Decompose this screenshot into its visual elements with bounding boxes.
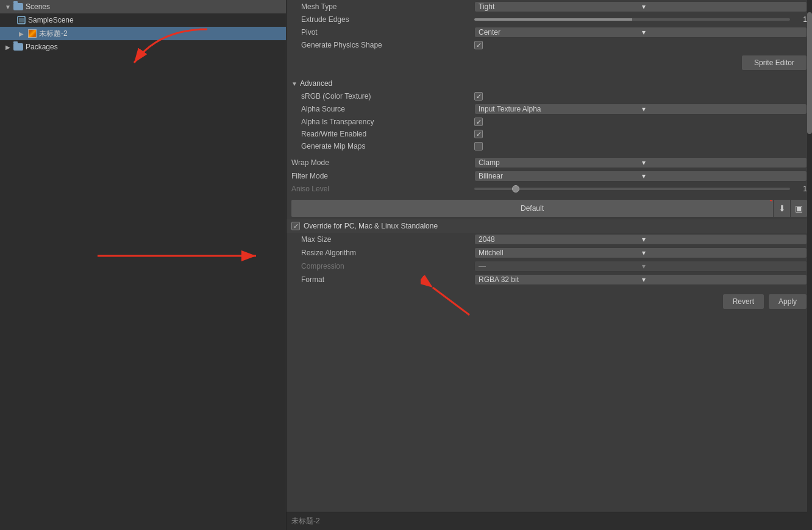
alpha-source-row: Alpha Source Input Texture Alpha ▾ — [287, 102, 812, 116]
wrap-mode-dropdown[interactable]: Clamp ▾ — [474, 157, 807, 168]
alpha-transparency-row: Alpha Is Transparency — [287, 116, 812, 128]
resize-algorithm-row: Resize Algorithm Mitchell ▾ — [287, 246, 812, 260]
wrap-mode-value: Clamp — [479, 158, 639, 167]
override-row: Override for PC, Mac & Linux Standalone — [287, 219, 812, 233]
format-dropdown[interactable]: RGBA 32 bit ▾ — [474, 274, 807, 285]
alpha-transparency-checkbox[interactable] — [474, 118, 483, 126]
folder-icon-packages — [13, 43, 23, 51]
tree-item-scenes[interactable]: ▼ Scenes — [0, 0, 286, 13]
extrude-slider-value: 1 — [795, 15, 807, 24]
platform-bar: Default ⬇ ▣ — [291, 200, 807, 217]
expand-arrow-packages: ▶ — [4, 43, 12, 51]
expand-arrow-scenes: ▼ — [4, 2, 12, 11]
alpha-source-arrow: ▾ — [642, 105, 803, 113]
alpha-source-value: Input Texture Alpha — [479, 105, 639, 113]
tree-item-samplescene[interactable]: SampleScene — [0, 13, 286, 27]
pivot-label: Pivot — [291, 28, 474, 37]
compression-row: Compression — ▾ — [287, 260, 812, 273]
mesh-type-value: Tight — [479, 2, 639, 11]
resize-algorithm-value: Mitchell — [479, 249, 639, 257]
scrollbar[interactable] — [807, 0, 812, 530]
extrude-edges-row: Extrude Edges 1 — [287, 13, 812, 26]
resize-algorithm-dropdown[interactable]: Mitchell ▾ — [474, 247, 807, 258]
max-size-row: Max Size 2048 ▾ — [287, 233, 812, 246]
tree-item-untitled2[interactable]: ▶ 未标题-2 — [0, 27, 286, 40]
bottom-buttons: Revert Apply — [287, 289, 812, 314]
resize-algorithm-label: Resize Algorithm — [291, 249, 474, 257]
compression-arrow: ▾ — [642, 262, 803, 270]
pivot-value: Center — [479, 28, 639, 37]
override-label: Override for PC, Mac & Linux Standalone — [304, 222, 438, 230]
filter-mode-label: Filter Mode — [291, 172, 474, 180]
generate-physics-checkbox[interactable] — [474, 41, 483, 49]
compression-label: Compression — [291, 262, 474, 270]
tree-item-packages[interactable]: ▶ Packages — [0, 40, 286, 54]
left-panel: ▼ Scenes SampleScene ▶ 未标题-2 ▶ Packages — [0, 0, 287, 530]
pivot-row: Pivot Center ▾ — [287, 26, 812, 39]
aniso-slider-thumb — [512, 185, 519, 193]
format-arrow: ▾ — [642, 275, 803, 284]
max-size-arrow: ▾ — [642, 235, 803, 244]
extrude-edges-label: Extrude Edges — [291, 15, 474, 24]
svg-rect-1 — [19, 18, 24, 23]
expand-arrow-untitled2: ▶ — [17, 29, 26, 38]
generate-mip-row: Generate Mip Maps — [287, 140, 812, 152]
aniso-slider-container: 1 — [474, 185, 807, 193]
mesh-type-label: Mesh Type — [291, 2, 474, 11]
scene-icon — [17, 16, 26, 24]
format-label: Format — [291, 275, 474, 284]
tree-label-untitled2: 未标题-2 — [39, 29, 68, 39]
sprite-editor-button[interactable]: Sprite Editor — [741, 55, 807, 71]
override-checkbox[interactable] — [291, 222, 300, 230]
bottom-footer: 未标题-2 — [287, 512, 812, 530]
advanced-section-header[interactable]: ▼ Advanced — [287, 77, 812, 90]
extrude-slider-track[interactable] — [474, 18, 790, 21]
advanced-label: Advanced — [300, 79, 332, 88]
tree-label-packages: Packages — [26, 43, 58, 51]
apply-button[interactable]: Apply — [768, 294, 807, 309]
aniso-slider-value: 1 — [795, 185, 807, 193]
wrap-mode-arrow: ▾ — [642, 158, 803, 167]
generate-physics-row: Generate Physics Shape — [287, 39, 812, 51]
footer-label: 未标题-2 — [291, 516, 320, 526]
read-write-row: Read/Write Enabled — [287, 128, 812, 140]
platform-icons: ⬇ ▣ — [773, 200, 807, 217]
tree-label-samplescene: SampleScene — [28, 16, 74, 24]
pivot-arrow: ▾ — [642, 28, 803, 37]
download-platform-button[interactable]: ⬇ — [773, 200, 790, 217]
alpha-transparency-label: Alpha Is Transparency — [291, 118, 474, 126]
inspector-content: Mesh Type Tight ▾ Extrude Edges 1 Pivot … — [287, 0, 812, 512]
mesh-type-arrow: ▾ — [642, 2, 803, 11]
platform-tab-default[interactable]: Default — [291, 200, 773, 217]
read-write-checkbox[interactable] — [474, 130, 483, 138]
folder-icon-scenes — [13, 3, 23, 10]
texture-icon — [28, 29, 37, 38]
max-size-dropdown[interactable]: 2048 ▾ — [474, 234, 807, 245]
mobile-platform-button[interactable]: ▣ — [790, 200, 807, 217]
aniso-slider-track[interactable] — [474, 188, 790, 190]
filter-mode-row: Filter Mode Bilinear ▾ — [287, 169, 812, 183]
extrude-slider-container: 1 — [474, 15, 807, 24]
filter-mode-value: Bilinear — [479, 172, 639, 180]
compression-dropdown[interactable]: — ▾ — [474, 261, 807, 272]
filter-mode-dropdown[interactable]: Bilinear ▾ — [474, 171, 807, 182]
aniso-level-row: Aniso Level 1 — [287, 183, 812, 195]
revert-button[interactable]: Revert — [722, 294, 764, 309]
scrollbar-thumb[interactable] — [807, 12, 812, 134]
tree-label-scenes: Scenes — [26, 2, 50, 11]
right-panel: Mesh Type Tight ▾ Extrude Edges 1 Pivot … — [287, 0, 812, 530]
generate-mip-checkbox[interactable] — [474, 142, 483, 150]
srgb-label: sRGB (Color Texture) — [291, 92, 474, 101]
resize-algorithm-arrow: ▾ — [642, 249, 803, 257]
format-row: Format RGBA 32 bit ▾ — [287, 273, 812, 286]
filter-mode-arrow: ▾ — [642, 172, 803, 180]
alpha-source-dropdown[interactable]: Input Texture Alpha ▾ — [474, 104, 807, 115]
srgb-row: sRGB (Color Texture) — [287, 90, 812, 102]
pivot-dropdown[interactable]: Center ▾ — [474, 27, 807, 38]
mesh-type-dropdown[interactable]: Tight ▾ — [474, 1, 807, 12]
advanced-arrow: ▼ — [291, 80, 297, 87]
alpha-source-label: Alpha Source — [291, 105, 474, 113]
srgb-checkbox[interactable] — [474, 92, 483, 101]
read-write-label: Read/Write Enabled — [291, 130, 474, 138]
generate-physics-label: Generate Physics Shape — [291, 41, 474, 49]
